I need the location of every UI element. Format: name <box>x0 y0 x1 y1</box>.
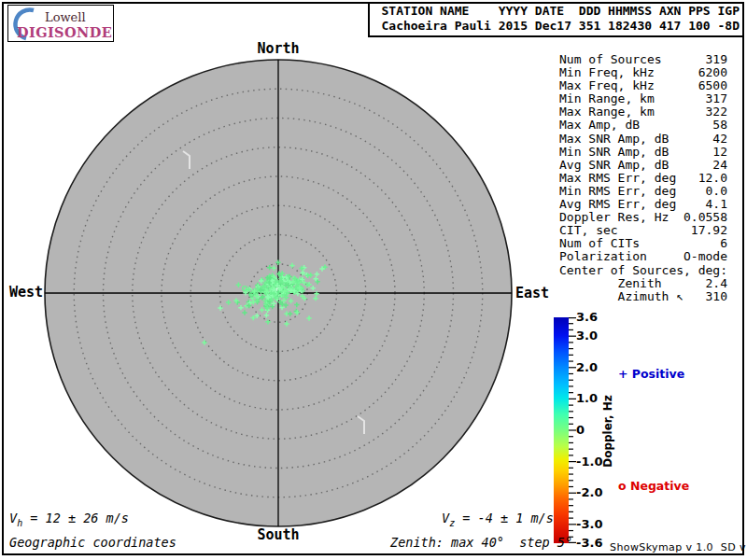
compass-north-label: North <box>250 41 306 56</box>
stat-value: O-mode <box>684 250 727 263</box>
stat-label: Min RMS Err, deg <box>559 185 676 198</box>
stat-label: Doppler Res, Hz <box>559 211 669 224</box>
colorbar-tick-label: 3.0 <box>576 329 615 343</box>
stat-row: Azimuth ↖310 <box>559 290 727 303</box>
stat-label: Max RMS Err, deg <box>559 172 676 185</box>
stat-row: Zenith2.4 <box>559 277 727 290</box>
stat-value: 2.4 <box>706 277 727 290</box>
stat-row: Min RMS Err, deg0.0 <box>559 185 727 198</box>
stat-label: Num of Sources <box>559 53 662 66</box>
stat-value: 319 <box>706 53 727 66</box>
stat-label: Polarization <box>559 250 647 263</box>
stat-value: 6 <box>720 237 727 250</box>
stat-label: Avg RMS Err, deg <box>559 198 676 211</box>
header-left-separator <box>368 3 370 35</box>
colorbar-tick-label: -2.0 <box>576 485 615 499</box>
negative-doppler-legend: o Negative <box>618 479 689 493</box>
stat-value: 6200 <box>698 66 727 79</box>
stat-label: Min SNR Amp, dB <box>559 146 669 159</box>
positive-doppler-legend: + Positive <box>618 367 684 381</box>
horizontal-velocity-readout: Vh = 12 ± 26 m/s <box>9 511 129 528</box>
stat-label: Avg SNR Amp, dB <box>559 159 669 172</box>
stat-value: 12.0 <box>698 172 727 185</box>
logo-lowell-text: Lowell <box>45 10 86 24</box>
compass-west-label: West <box>6 285 43 300</box>
software-version-label: ShowSkymap v 1.0 SD v 5.1 <box>610 541 747 553</box>
header-station-record: Cachoeira Pauli 2015 Dec17 351 182430 41… <box>381 19 740 34</box>
stat-row: Max Freq, kHz6500 <box>559 79 727 92</box>
stat-value: 0.0 <box>706 185 727 198</box>
compass-east-label: East <box>515 286 557 301</box>
stat-label: Max Range, km <box>559 105 655 119</box>
stat-label: Max Amp, dB <box>559 119 640 132</box>
stat-value: 310 <box>706 290 727 303</box>
stat-row: Num of CITs6 <box>559 237 727 250</box>
stat-value: 42 <box>712 133 727 146</box>
stat-value: 17.92 <box>691 224 727 237</box>
stat-label: Azimuth ↖ <box>559 290 684 303</box>
stat-row: Min Range, km317 <box>559 92 727 105</box>
lowell-digisonde-logo: Lowell DIGISONDE <box>7 5 114 42</box>
stat-row: Center of Sources, deg: <box>559 264 727 277</box>
stat-label: Min Range, km <box>559 92 655 105</box>
stat-row: CIT, sec17.92 <box>559 224 727 237</box>
zenith-scale-note: Zenith: max 40° step 5° <box>390 535 572 550</box>
colorbar-tick-label: -3.0 <box>576 517 615 531</box>
stat-value: 58 <box>712 119 727 132</box>
stat-row: Avg RMS Err, deg4.1 <box>559 198 727 211</box>
stat-row: Max Amp, dB58 <box>559 119 727 132</box>
colorbar-axis-title: Doppler, Hz <box>601 380 614 483</box>
header-bottom-separator <box>368 35 743 37</box>
stat-value: 12 <box>712 146 727 159</box>
stat-value: 4.1 <box>706 198 727 211</box>
header-column-titles: STATION NAME YYYY DATE DDD HHMMSS AXN PP… <box>381 4 740 19</box>
stat-label: Center of Sources, deg: <box>559 264 727 277</box>
logo-digisonde-text: DIGISONDE <box>17 24 112 40</box>
stat-value: 317 <box>706 92 727 105</box>
stat-row: Num of Sources319 <box>559 53 727 66</box>
stat-label: Min Freq, kHz <box>559 66 655 79</box>
stat-label: Max SNR Amp, dB <box>559 133 669 146</box>
coordinates-mode-label: Geographic coordinates <box>9 535 176 550</box>
vertical-velocity-readout: Vz = -4 ± 1 m/s <box>442 511 554 528</box>
doppler-colorbar <box>554 317 569 543</box>
stat-row: Min Freq, kHz6200 <box>559 66 727 79</box>
stat-value: 24 <box>712 159 727 172</box>
stat-label: CIT, sec <box>559 224 618 237</box>
stat-value: 322 <box>706 105 727 119</box>
stat-label: Zenith <box>559 277 662 290</box>
stat-row: Max RMS Err, deg12.0 <box>559 172 727 185</box>
stat-row: Avg SNR Amp, dB24 <box>559 159 727 172</box>
stat-label: Max Freq, kHz <box>559 79 655 92</box>
stat-row: Max Range, km322 <box>559 105 727 119</box>
stat-row: Min SNR Amp, dB12 <box>559 146 727 159</box>
colorbar-tick-label: 3.6 <box>576 310 615 324</box>
stat-row: PolarizationO-mode <box>559 250 727 263</box>
stat-value: 6500 <box>698 79 727 92</box>
stat-label: Num of CITs <box>559 237 640 250</box>
stat-row: Max SNR Amp, dB42 <box>559 133 727 146</box>
colorbar-tick-label: 2.0 <box>576 360 615 374</box>
measurement-stats-panel: Num of Sources319Min Freq, kHz6200Max Fr… <box>559 53 727 303</box>
compass-south-label: South <box>250 527 306 542</box>
stat-value: 0.0558 <box>684 211 727 224</box>
stat-row: Doppler Res, Hz0.0558 <box>559 211 727 224</box>
